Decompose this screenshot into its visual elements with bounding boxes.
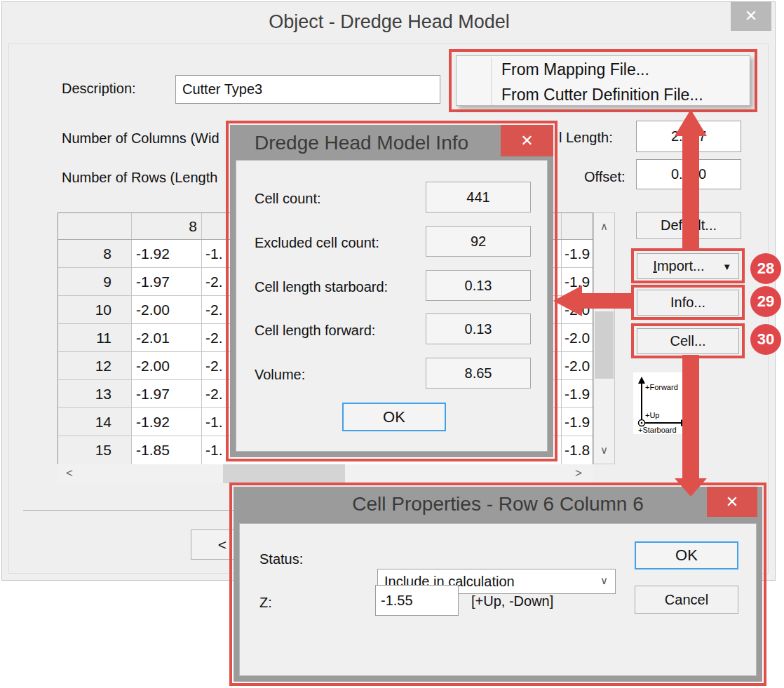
cell-length-label: l Length: — [559, 130, 613, 146]
volume-label: Volume: — [255, 367, 305, 383]
offset-label: Offset: — [584, 169, 626, 185]
grid-cell[interactable]: -2.00 — [132, 296, 202, 323]
grid-cell[interactable]: -2.0 — [562, 352, 593, 379]
cell-properties-ok-button[interactable]: OK — [635, 541, 738, 569]
menu-item-from-mapping-file[interactable]: From Mapping File... — [501, 60, 649, 79]
main-dialog-title: Object - Dredge Head Model — [2, 11, 776, 33]
cell-length-forward-value: 0.13 — [426, 313, 531, 344]
grid-cell[interactable]: -1.9 — [562, 408, 593, 436]
grid-cell[interactable]: -1.8 — [562, 436, 593, 464]
cell-button[interactable]: Cell... — [637, 328, 739, 354]
info-dialog-title: Dredge Head Model Info — [255, 132, 468, 154]
import-menu-annotation-outline: From Mapping File... From Cutter Definit… — [449, 49, 757, 112]
info-button[interactable]: Info... — [637, 290, 739, 316]
cell-length-input[interactable]: 2.667 — [636, 121, 741, 152]
screenshot-root: Object - Dredge Head Model ✕ Description… — [0, 0, 784, 688]
row-header: 13 — [58, 380, 132, 407]
cancel-button[interactable]: Cancel — [635, 586, 738, 614]
annotation-badge-28: 28 — [750, 253, 781, 284]
cell-length-forward-label: Cell length forward: — [255, 323, 375, 339]
excluded-cell-count-label: Excluded cell count: — [255, 235, 379, 251]
cell-properties-title: Cell Properties - Row 6 Column 6 — [234, 493, 762, 515]
import-button-label: Import... — [653, 258, 704, 274]
grid-corner-cell — [58, 213, 132, 239]
offset-input[interactable]: 0.000 — [636, 159, 741, 189]
annotation-badge-30: 30 — [750, 324, 781, 355]
row-header: 14 — [58, 408, 132, 436]
grid-cell[interactable]: -2.0 — [562, 296, 593, 323]
z-input[interactable]: -1.55 — [375, 585, 459, 616]
cell-length-starboard-label: Cell length starboard: — [255, 279, 388, 295]
grid-cell[interactable]: -1.97 — [132, 380, 202, 407]
scroll-up-icon[interactable]: ∧ — [594, 220, 614, 233]
z-hint-label: [+Up, -Down] — [471, 593, 553, 609]
menu-item-from-cutter-definition-file[interactable]: From Cutter Definition File... — [501, 86, 703, 104]
grid-cell[interactable]: -1.9 — [562, 240, 593, 267]
description-label: Description: — [62, 81, 136, 97]
columns-label: Number of Columns (Wid — [62, 130, 219, 147]
row-header: 8 — [58, 240, 132, 267]
grid-cell[interactable]: -2.01 — [132, 324, 202, 351]
scroll-down-icon[interactable]: ∨ — [594, 444, 614, 457]
z-label: Z: — [259, 595, 272, 611]
horizontal-scrollbar[interactable]: < > — [58, 464, 593, 483]
grid-column-header — [562, 213, 593, 239]
cell-count-value: 441 — [426, 182, 531, 213]
description-input[interactable]: Cutter Type3 — [175, 75, 440, 104]
dropdown-caret-icon: ▼ — [722, 262, 731, 272]
chevron-down-icon: ∨ — [600, 574, 608, 587]
import-popup-menu: From Mapping File... From Cutter Definit… — [456, 55, 750, 106]
grid-cell[interactable]: -2.0 — [562, 324, 593, 351]
main-close-icon[interactable]: ✕ — [731, 1, 771, 31]
grid-cell[interactable]: -1.92 — [132, 408, 202, 436]
cell-length-starboard-value: 0.13 — [426, 270, 531, 301]
menu-gutter-divider — [491, 58, 492, 105]
scroll-right-icon[interactable]: > — [575, 466, 582, 480]
horizontal-scrollbar-thumb[interactable] — [223, 464, 345, 483]
vertical-scrollbar[interactable]: ∧ ∨ — [593, 213, 615, 464]
grid-column-header: 8 — [132, 213, 202, 239]
grid-cell[interactable]: -1.97 — [132, 268, 202, 295]
cell-properties-close-icon[interactable]: ✕ — [707, 487, 757, 517]
grid-cell[interactable]: -1.9 — [562, 268, 593, 295]
rows-label: Number of Rows (Length — [62, 170, 217, 186]
row-header: 12 — [58, 352, 132, 379]
import-button[interactable]: Import... ▼ — [637, 253, 739, 279]
excluded-cell-count-value: 92 — [426, 226, 531, 257]
row-header: 9 — [58, 268, 132, 295]
row-header: 10 — [58, 296, 132, 323]
grid-cell[interactable]: -1.92 — [132, 240, 202, 267]
default-button[interactable]: Default... — [636, 212, 741, 239]
vertical-scrollbar-thumb[interactable] — [595, 311, 614, 379]
grid-cell[interactable]: -1.9 — [562, 380, 593, 407]
grid-cell[interactable]: -2.00 — [132, 352, 202, 379]
axes-up-label: +Up — [645, 411, 660, 419]
scroll-left-icon[interactable]: < — [66, 466, 73, 480]
annotation-badge-29: 29 — [750, 286, 781, 317]
grid-cell[interactable]: -1.85 — [132, 436, 202, 464]
status-label: Status: — [259, 551, 303, 567]
volume-value: 8.65 — [426, 358, 531, 389]
axes-legend-icon: +Forward +Up +Starboard — [633, 372, 691, 434]
info-dialog-close-icon[interactable]: ✕ — [501, 125, 553, 156]
cell-count-label: Cell count: — [255, 191, 321, 207]
axes-starboard-label: +Starboard — [638, 426, 677, 434]
row-header: 15 — [58, 436, 132, 464]
info-ok-button[interactable]: OK — [342, 403, 446, 431]
axes-forward-label: +Forward — [645, 383, 678, 391]
row-header: 11 — [58, 324, 132, 351]
